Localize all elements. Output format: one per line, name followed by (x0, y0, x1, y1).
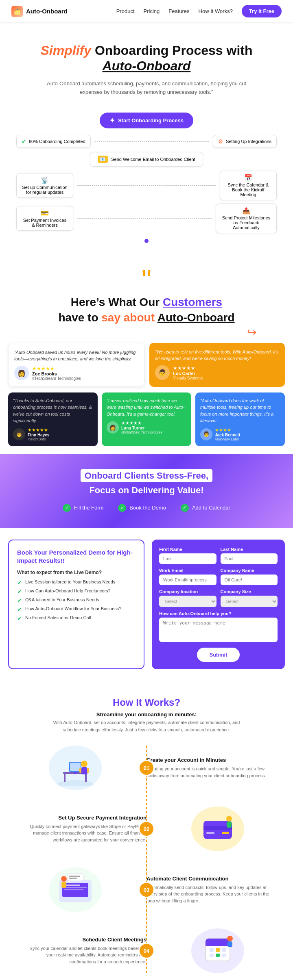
svg-rect-24 (67, 874, 83, 881)
testimonials-row-1: “Auto-Onboard saved us hours every week!… (0, 343, 293, 392)
demo-feature-2: ✔ How Can Auto-Onboard Help Freelancers? (17, 588, 136, 595)
how-step-4-title: Schedule Client Meetings (20, 937, 146, 943)
svg-point-22 (61, 876, 67, 882)
first-name-input[interactable] (159, 553, 216, 564)
nav-cta-button[interactable]: Try It Free (242, 5, 282, 17)
svg-rect-21 (64, 889, 83, 890)
how-step-1-desc: Creating your account is quick and simpl… (146, 765, 273, 779)
tc3-stars: ★★★★★ (28, 427, 49, 433)
tc1-quote: “Auto-Onboard saved us hours every week!… (14, 349, 138, 362)
how-step-2-number: 02 (138, 821, 155, 837)
testimonial-card-5: “Auto-Onboard does the work of multiple … (195, 392, 285, 446)
message-label: How can Auto-Onboard help you? (159, 611, 278, 616)
flow-step7: 📤 Send Project Milestones as Feedback Au… (216, 204, 277, 233)
svg-point-7 (81, 761, 87, 767)
how-description: With Auto-Onboard, set up accounts, inte… (45, 719, 248, 733)
tc5-role: Visionary Labs (215, 437, 240, 441)
arrow-decoration: ↪ (16, 325, 277, 339)
tc3-role: InsightBots (28, 437, 49, 441)
svg-rect-2 (64, 774, 66, 782)
company-size-label: Company Size (221, 589, 278, 594)
tc2-stars: ★★★★★ (173, 365, 203, 371)
message-input[interactable] (159, 618, 278, 642)
flow-diagram-section: ✦ Start Onboarding Process ✔ 80% Onboard… (0, 108, 293, 261)
nav-how-it-works[interactable]: How It Works? (199, 8, 233, 14)
flow-start-label: Start Onboarding Process (118, 117, 184, 124)
say-about-text: say about (101, 311, 157, 324)
last-name-input[interactable] (221, 553, 278, 564)
svg-rect-10 (87, 768, 89, 773)
auto-onboard-testimonial: Auto-Onboard (157, 311, 235, 324)
demo-right-panel: First Name Last Name Work Email Company … (152, 540, 285, 669)
company-location-label: Company location (159, 589, 216, 594)
how-step-3: 03 Automate Client Communication Automat… (12, 867, 281, 912)
testimonials-heading: Here’s What Our Customers have to say ab… (16, 295, 277, 325)
company-size-select[interactable]: Select (221, 596, 278, 607)
cta-banner: Onboard Clients Stress-Free, Focus on De… (0, 454, 293, 528)
tc3-author: Finn Hayes (28, 433, 49, 437)
testimonials-row-2: “Thanks to Auto-Onboard, our onboarding … (0, 392, 293, 454)
nav-logo[interactable]: 🗂️ Auto-Onboard (11, 6, 68, 17)
svg-rect-33 (222, 948, 226, 952)
flow-step5: 📅 Sync the Calendar & Book the Kickoff M… (220, 171, 277, 200)
company-name-input[interactable] (221, 575, 278, 585)
cta-step-2: ✓ Book the Demo (118, 504, 166, 512)
cta-steps: ✓ Fill the Form ✓ Book the Demo ✓ Add to… (12, 504, 281, 512)
demo-feature-1: ✔ Live Session tailored to Your Business… (17, 579, 136, 586)
hero-headline: Simplify Onboarding Process with Auto-On… (24, 43, 269, 74)
tc1-role: #TechStream Technologies (32, 376, 81, 381)
how-step-1-title: Create your Account in Minutes (146, 757, 273, 763)
flow-step3: 📧 Send Welcome Email to Onboarded Client (90, 152, 203, 167)
cta-heading2: Focus on Delivering Value! (12, 485, 281, 496)
how-step-4-number: 04 (138, 943, 155, 959)
tc5-stars: ★★★★ (215, 427, 240, 433)
testimonial-card-1: “Auto-Onboard saved us hours every week!… (8, 343, 144, 387)
demo-section: Book Your Personalized Demo for High-Imp… (0, 528, 293, 681)
hero-auto-onboard: Auto-Onboard (103, 59, 191, 73)
tc2-author: Luc Carter (173, 371, 203, 376)
demo-feature-4: ✔ How Auto-Onboard Workflow for Your Bus… (17, 606, 136, 613)
svg-rect-16 (227, 822, 232, 828)
svg-rect-3 (85, 774, 87, 782)
tc3-quote: “Thanks to Auto-Onboard, our onboarding … (13, 397, 93, 424)
customers-text: Customers (163, 296, 222, 308)
cta-step-3: ✓ Add to Calendar (181, 504, 230, 512)
form-submit-button[interactable]: Submit (197, 648, 239, 662)
tc1-author: Zoe Brooks (32, 371, 81, 376)
svg-rect-23 (61, 882, 66, 888)
work-email-input[interactable] (159, 575, 216, 585)
svg-rect-26 (69, 876, 80, 877)
demo-feature-3: ✔ Q&A tailored to Your Business Needs (17, 597, 136, 604)
flow-start-button: ✦ Start Onboarding Process (100, 113, 193, 128)
how-subtitle: Streamline your onboarding in minutes: (12, 711, 281, 718)
svg-rect-14 (222, 832, 229, 834)
how-step-2: 02 Set Up Secure Payment Integration Qui… (12, 807, 281, 851)
company-name-label: Company Name (221, 568, 278, 573)
hero-description: Auto-Onboard automates scheduling, payme… (45, 80, 248, 97)
nav-pricing[interactable]: Pricing (144, 8, 160, 14)
tc4-role: GlobalSync Technologies (121, 430, 162, 434)
svg-rect-36 (222, 954, 226, 957)
nav-product[interactable]: Product (116, 8, 135, 14)
tc4-author: Luna Turner (121, 426, 162, 430)
hero-headline-mid: Onboarding Process with (95, 43, 253, 58)
testimonials-header: " Here’s What Our Customers have to say … (0, 261, 293, 343)
how-step-1-number: 01 (138, 760, 155, 776)
how-steps-container: 01 Create your Account in Minutes Creati… (12, 746, 281, 973)
flow-step1: ✔ 80% Onboarding Completed (16, 135, 91, 148)
svg-rect-9 (79, 768, 81, 773)
demo-left-subtitle: What to expect from the Live Demo? (17, 570, 136, 575)
tc4-stars: ★★★★★ (121, 421, 162, 426)
nav-links: Product Pricing Features How It Works? T… (116, 5, 282, 17)
nav-features[interactable]: Features (168, 8, 189, 14)
how-step-3-title: Automate Client Communication (146, 876, 273, 882)
navbar: 🗂️ Auto-Onboard Product Pricing Features… (0, 0, 293, 22)
flow-step4: 📡 Set up Communication for regular updat… (16, 173, 73, 198)
tc2-role: Visuals Systems (173, 376, 203, 380)
company-location-select[interactable]: Select (159, 596, 216, 607)
svg-rect-35 (216, 954, 220, 957)
logo-icon: 🗂️ (11, 6, 23, 17)
how-step-3-desc: Automatically send contracts, follow-ups… (146, 884, 273, 904)
how-step-1: 01 Create your Account in Minutes Creati… (12, 746, 281, 790)
testimonial-card-4: “I never realized how much time we were … (102, 392, 191, 446)
